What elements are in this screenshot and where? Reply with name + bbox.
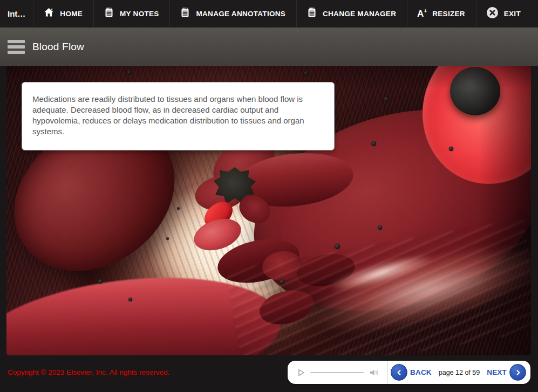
back-label: BACK (410, 368, 432, 376)
nav-item-home[interactable]: HOME (33, 0, 92, 27)
back-button[interactable]: BACK (391, 364, 432, 381)
blood-cell-graphic (234, 148, 356, 212)
slide-header: Blood Flow (0, 28, 538, 66)
back-chevron-icon (391, 364, 407, 381)
audio-seekbar[interactable] (310, 372, 364, 373)
home-icon (43, 7, 55, 20)
narration-text: Medications are readily distributed to t… (32, 94, 323, 137)
notepad-icon (104, 7, 114, 20)
nav-item-label: HOME (60, 10, 83, 18)
speck-graphic (280, 279, 284, 284)
footer-bar: Copyright © 2023 Elsevier, Inc. All righ… (0, 355, 538, 392)
nav-item-label: EXIT (504, 10, 521, 18)
play-icon[interactable] (296, 368, 306, 377)
speck-graphic (384, 97, 388, 101)
text-resizer-icon: A+ (417, 9, 427, 18)
platelet-sphere-graphic (450, 67, 500, 115)
menu-hamburger-icon[interactable] (8, 40, 25, 54)
nav-item-my-notes[interactable]: MY NOTES (93, 0, 169, 27)
exit-x-circle-icon (486, 6, 499, 21)
slide-image-blood-vessel: Medications are readily distributed to t… (6, 66, 531, 355)
blood-cell-graphic (261, 249, 304, 283)
next-label: NEXT (487, 368, 507, 376)
app-title: Int… (8, 9, 33, 18)
page-count: page 12 of 59 (439, 369, 480, 376)
speck-graphic (378, 225, 382, 230)
nav-item-label: RESIZER (432, 10, 465, 18)
blood-cell-graphic (6, 262, 288, 355)
page-navigation: BACK page 12 of 59 NEXT (387, 361, 530, 384)
narration-callout: Medications are readily distributed to t… (22, 82, 335, 150)
next-button[interactable]: NEXT (487, 364, 526, 381)
speck-graphic (304, 71, 308, 75)
nav-item-resizer[interactable]: A+ RESIZER (407, 0, 475, 27)
speck-graphic (98, 279, 103, 284)
spiky-platelet-graphic (214, 167, 256, 205)
nav-item-label: CHANGE MANAGER (323, 10, 396, 18)
nav-item-change-manager[interactable]: CHANGE MANAGER (296, 0, 406, 27)
notepad-icon (307, 7, 317, 20)
nav-item-manage-annotations[interactable]: MANAGE ANNOTATIONS (169, 0, 295, 27)
volume-icon[interactable] (369, 367, 380, 378)
plasma-flow-streak (327, 249, 436, 297)
speck-graphic (166, 237, 169, 240)
blood-cell-graphic (192, 171, 250, 215)
plasma-flow-streak (302, 227, 531, 351)
speck-graphic (335, 244, 340, 249)
nav-items: HOME MY NOTES MANAGE ANNOTATIONS CHANGE … (33, 0, 530, 27)
vessel-wall-streaks (226, 218, 531, 355)
player-controls: BACK page 12 of 59 NEXT (288, 361, 530, 384)
speck-graphic (127, 70, 132, 75)
copyright-text: Copyright © 2023 Elsevier, Inc. All righ… (8, 368, 169, 376)
speck-graphic (371, 141, 376, 146)
speck-graphic (128, 298, 132, 301)
audio-player (288, 361, 387, 384)
next-chevron-icon (509, 364, 526, 381)
blood-cell-graphic (200, 196, 237, 232)
top-nav-bar: Int… HOME MY NOTES MANAGE ANNOTATIONS CH… (0, 0, 538, 28)
nav-item-label: MY NOTES (120, 10, 159, 18)
blood-cell-graphic (214, 232, 303, 290)
nav-item-exit[interactable]: EXIT (476, 0, 530, 27)
page-title: Blood Flow (32, 41, 84, 53)
nav-item-label: MANAGE ANNOTATIONS (196, 10, 285, 18)
blood-cell-graphic (295, 250, 357, 291)
blood-cell-graphic (256, 285, 317, 330)
speck-graphic (449, 147, 453, 151)
blood-cell-graphic (404, 66, 531, 202)
speck-graphic (177, 207, 180, 210)
blood-cell-graphic (234, 190, 275, 229)
blood-cell-graphic (190, 213, 245, 256)
notepad-icon (180, 7, 190, 20)
